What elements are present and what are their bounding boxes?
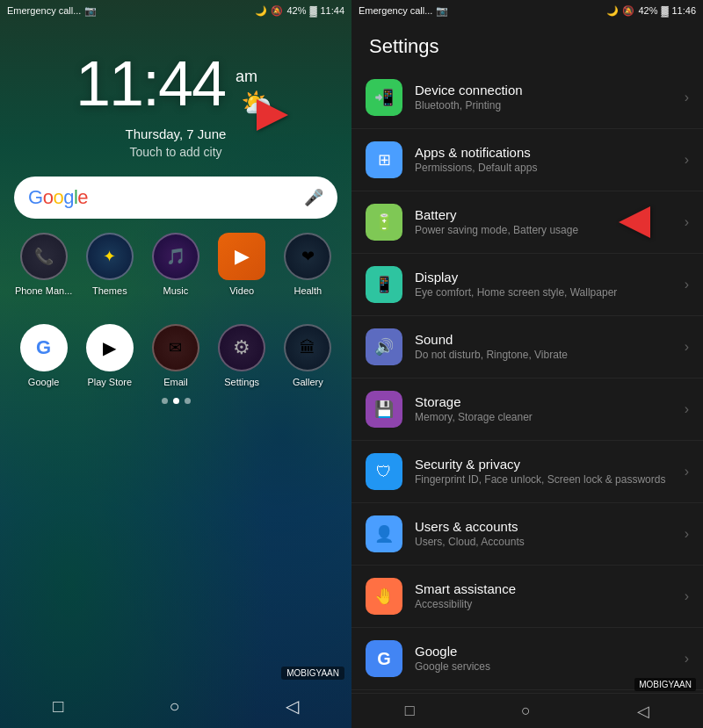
display-subtitle: Eye comfort, Home screen style, Wallpape… xyxy=(415,286,678,300)
watermark-left: MOBIGYAAN xyxy=(0,667,352,680)
apps-icon: ⊞ xyxy=(366,141,402,178)
nav-home-left[interactable]: ○ xyxy=(169,696,179,717)
right-panel: Emergency call... 📷 🌙 🔕 42% ▓ 11:46 Sett… xyxy=(352,0,703,728)
battery-icon: 🔋 xyxy=(366,204,402,241)
users-title: Users & accounts xyxy=(415,519,678,534)
settings-item-apps[interactable]: ⊞ Apps & notifications Permissions, Defa… xyxy=(352,129,703,191)
display-text: Display Eye comfort, Home screen style, … xyxy=(415,270,678,300)
status-icons-left: 🌙 🔕 42% ▓ 11:44 xyxy=(255,5,344,17)
themes-icon: ✦ xyxy=(86,233,134,280)
app-settings[interactable]: ⚙ Settings xyxy=(211,324,272,387)
battery-subtitle: Power saving mode, Battery usage xyxy=(415,224,646,238)
watermark-right: MOBIGYAAN xyxy=(634,678,696,691)
apps-title: Apps & notifications xyxy=(415,145,678,160)
app-email[interactable]: ✉ Email xyxy=(145,324,207,387)
chevron-users: › xyxy=(685,526,689,542)
red-arrow-settings xyxy=(257,99,288,134)
chevron-apps: › xyxy=(685,152,689,168)
app-label-playstore: Play Store xyxy=(87,377,132,387)
mic-icon[interactable]: 🎤 xyxy=(304,188,323,207)
app-label-settings: Settings xyxy=(224,377,259,387)
app-label-health: Health xyxy=(294,285,322,296)
playstore-icon: ▶ xyxy=(86,324,134,371)
app-music[interactable]: 🎵 Music xyxy=(145,233,207,296)
app-label-phone: Phone Man... xyxy=(15,285,72,296)
battery-text: Battery Power saving mode, Battery usage xyxy=(415,207,646,238)
security-title: Security & privacy xyxy=(415,457,678,472)
security-subtitle: Fingerprint ID, Face unlock, Screen lock… xyxy=(415,473,678,487)
chevron-battery: › xyxy=(685,214,689,230)
chevron-device: › xyxy=(685,90,689,105)
google-icon: G xyxy=(20,324,68,371)
music-icon: 🎵 xyxy=(152,233,199,280)
smart-assistance-subtitle: Accessibility xyxy=(415,598,678,612)
device-connection-subtitle: Bluetooth, Printing xyxy=(415,99,678,113)
display-icon: 📱 xyxy=(366,266,402,303)
security-text: Security & privacy Fingerprint ID, Face … xyxy=(415,457,678,487)
bottom-nav-left: □ ○ ◁ xyxy=(0,684,352,728)
clock-date: Thursday, 7 June xyxy=(126,126,227,141)
nav-home-right[interactable]: ○ xyxy=(521,702,531,720)
nav-back-left[interactable]: ◁ xyxy=(286,696,299,717)
dot-2 xyxy=(173,398,179,404)
app-google[interactable]: G Google xyxy=(13,324,75,387)
app-label-gallery: Gallery xyxy=(293,377,323,387)
display-title: Display xyxy=(415,270,678,285)
nav-square-right[interactable]: □ xyxy=(405,702,415,720)
battery-title: Battery xyxy=(415,207,646,222)
app-video[interactable]: ▶ Video xyxy=(211,233,272,296)
chevron-storage: › xyxy=(685,401,689,417)
sound-text: Sound Do not disturb, Ringtone, Vibrate xyxy=(415,332,678,363)
settings-screen: Emergency call... 📷 🌙 🔕 42% ▓ 11:46 Sett… xyxy=(352,0,703,728)
nav-square-left[interactable]: □ xyxy=(53,696,63,717)
settings-app-icon: ⚙ xyxy=(218,324,265,371)
smart-assistance-text: Smart assistance Accessibility xyxy=(415,581,678,612)
apps-subtitle: Permissions, Default apps xyxy=(415,162,678,176)
app-label-google: Google xyxy=(28,377,59,387)
settings-item-sound[interactable]: 🔊 Sound Do not disturb, Ringtone, Vibrat… xyxy=(352,316,703,378)
app-phone-manager[interactable]: 📞 Phone Man... xyxy=(13,233,75,296)
settings-item-battery[interactable]: 🔋 Battery Power saving mode, Battery usa… xyxy=(352,191,703,254)
app-playstore[interactable]: ▶ Play Store xyxy=(79,324,141,387)
security-icon: 🛡 xyxy=(366,453,402,490)
emergency-call-left: Emergency call... 📷 xyxy=(7,5,97,17)
google-settings-icon: G xyxy=(366,640,402,677)
settings-list: 📲 Device connection Bluetooth, Printing … xyxy=(352,67,703,693)
settings-item-users[interactable]: 👤 Users & accounts Users, Cloud, Account… xyxy=(352,503,703,566)
red-arrow-battery xyxy=(619,206,650,238)
status-bar-left: Emergency call... 📷 🌙 🔕 42% ▓ 11:44 xyxy=(0,0,352,21)
nav-back-right[interactable]: ◁ xyxy=(637,702,649,721)
chevron-security: › xyxy=(685,464,689,479)
sound-icon: 🔊 xyxy=(366,328,402,365)
settings-item-display[interactable]: 📱 Display Eye comfort, Home screen style… xyxy=(352,254,703,316)
users-subtitle: Users, Cloud, Accounts xyxy=(415,536,678,550)
users-text: Users & accounts Users, Cloud, Accounts xyxy=(415,519,678,550)
status-icons-right: 🌙 🔕 42% ▓ 11:46 xyxy=(606,5,696,17)
settings-item-device-connection[interactable]: 📲 Device connection Bluetooth, Printing … xyxy=(352,67,703,129)
app-themes[interactable]: ✦ Themes xyxy=(79,233,141,296)
app-grid: 📞 Phone Man... ✦ Themes 🎵 Music ▶ xyxy=(0,219,352,387)
phone-manager-icon: 📞 xyxy=(20,233,68,280)
chevron-smart-assistance: › xyxy=(685,588,689,604)
storage-title: Storage xyxy=(415,394,678,409)
sound-subtitle: Do not disturb, Ringtone, Vibrate xyxy=(415,349,678,363)
settings-item-security[interactable]: 🛡 Security & privacy Fingerprint ID, Fac… xyxy=(352,441,703,503)
chevron-google: › xyxy=(685,651,689,667)
app-health[interactable]: ❤ Health xyxy=(277,233,338,296)
app-label-video: Video xyxy=(229,285,254,296)
device-connection-text: Device connection Bluetooth, Printing xyxy=(415,83,678,113)
app-label-email: Email xyxy=(163,377,188,387)
settings-item-smart-assistance[interactable]: 🤚 Smart assistance Accessibility › xyxy=(352,566,703,628)
email-icon: ✉ xyxy=(152,324,199,371)
touch-city[interactable]: Touch to add city xyxy=(129,145,221,159)
search-bar-container[interactable]: Google 🎤 xyxy=(14,177,337,219)
video-icon: ▶ xyxy=(218,233,265,280)
app-label-themes: Themes xyxy=(92,285,127,296)
chevron-display: › xyxy=(685,277,689,292)
google-settings-text: Google Google services xyxy=(415,644,678,674)
clock-ampm: am xyxy=(236,68,257,86)
google-search-bar[interactable]: Google 🎤 xyxy=(14,177,337,219)
app-gallery[interactable]: 🏛 Gallery xyxy=(277,324,338,387)
apps-text: Apps & notifications Permissions, Defaul… xyxy=(415,145,678,176)
settings-item-storage[interactable]: 💾 Storage Memory, Storage cleaner › xyxy=(352,378,703,441)
